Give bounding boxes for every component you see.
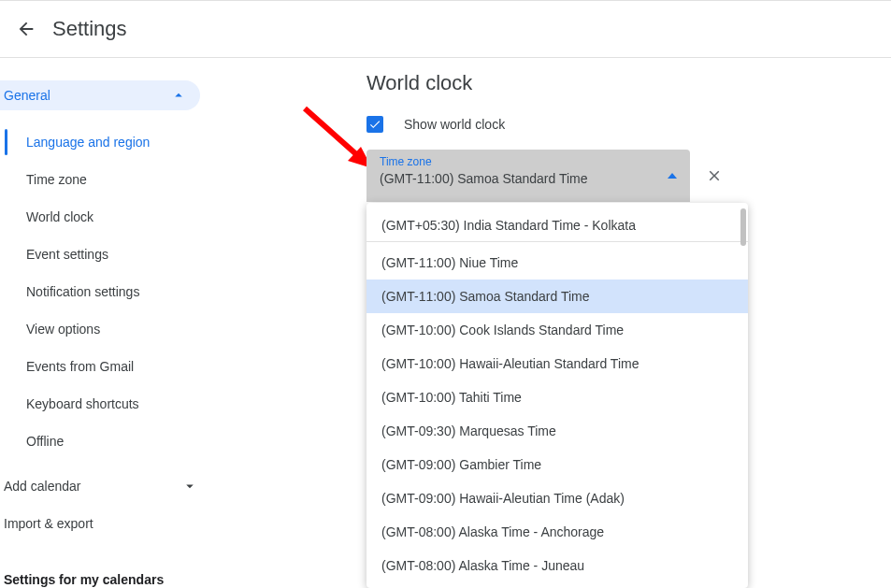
sidebar-item-label: Events from Gmail <box>26 359 134 374</box>
timezone-select[interactable]: Time zone (GMT-11:00) Samoa Standard Tim… <box>366 150 690 202</box>
checkbox-label: Show world clock <box>404 117 505 132</box>
clear-timezone-button[interactable] <box>696 157 733 194</box>
sidebar-item[interactable]: Events from Gmail <box>0 348 232 385</box>
option-label: (GMT-11:00) Samoa Standard Time <box>381 289 590 304</box>
sidebar-item[interactable]: Language and region <box>0 123 232 161</box>
svg-line-0 <box>305 108 365 162</box>
sidebar-item-label: Import & export <box>4 516 93 531</box>
dropdown-option[interactable]: (GMT-10:00) Tahiti Time <box>366 380 748 414</box>
chevron-up-icon <box>170 87 187 104</box>
option-label: (GMT-11:00) Niue Time <box>381 255 518 270</box>
show-world-clock-row: Show world clock <box>366 116 891 133</box>
chevron-down-icon <box>181 478 198 495</box>
sidebar-item-label: World clock <box>26 209 93 224</box>
dropdown-option[interactable]: (GMT-10:00) Hawaii-Aleutian Standard Tim… <box>366 347 748 380</box>
timezone-dropdown[interactable]: (GMT+05:30) India Standard Time - Kolkat… <box>366 203 748 588</box>
sidebar-nav: Language and regionTime zoneWorld clockE… <box>0 123 232 460</box>
option-label: (GMT-09:00) Hawaii-Aleutian Time (Adak) <box>381 491 625 506</box>
dropdown-option[interactable]: (GMT-08:00) Alaska Time - Anchorage <box>366 515 748 549</box>
sidebar-item[interactable]: View options <box>0 310 232 348</box>
dropdown-option[interactable]: (GMT-09:00) Hawaii-Aleutian Time (Adak) <box>366 481 748 515</box>
section-title: World clock <box>366 71 891 95</box>
back-button[interactable] <box>13 16 39 42</box>
dropdown-option[interactable]: (GMT-09:30) Marquesas Time <box>366 414 748 448</box>
scrollbar-thumb[interactable] <box>740 208 746 246</box>
option-label: (GMT-10:00) Hawaii-Aleutian Standard Tim… <box>381 356 639 371</box>
option-label: (GMT-08:00) Alaska Time - Juneau <box>381 558 584 573</box>
sidebar-my-calendars-heading: Settings for my calendars <box>0 572 232 587</box>
sidebar-item-label: Offline <box>26 434 64 449</box>
dropdown-current-option[interactable]: (GMT+05:30) India Standard Time - Kolkat… <box>366 208 748 242</box>
option-label: (GMT-10:00) Tahiti Time <box>381 390 522 405</box>
arrow-left-icon <box>16 19 36 39</box>
sidebar-item-label: Language and region <box>26 135 150 150</box>
sidebar-item[interactable]: Event settings <box>0 236 232 273</box>
dropdown-option[interactable]: (GMT-10:00) Cook Islands Standard Time <box>366 313 748 347</box>
option-label: (GMT-10:00) Cook Islands Standard Time <box>381 323 624 337</box>
sidebar-import-export[interactable]: Import & export <box>0 505 232 542</box>
sidebar-item[interactable]: Notification settings <box>0 273 232 310</box>
option-label: (GMT-09:00) Gambier Time <box>381 457 541 472</box>
sidebar-item-label: Notification settings <box>26 284 139 299</box>
sidebar-section-general[interactable]: General <box>0 80 200 110</box>
sidebar-item-label: Keyboard shortcuts <box>26 396 139 411</box>
select-floating-label: Time zone <box>380 155 677 168</box>
sidebar-item-label: Event settings <box>26 247 108 262</box>
sidebar-item[interactable]: World clock <box>0 198 232 236</box>
select-value: (GMT-11:00) Samoa Standard Time <box>380 171 677 186</box>
sidebar-add-calendar[interactable]: Add calendar <box>0 467 232 505</box>
sidebar: General Language and regionTime zoneWorl… <box>0 58 232 588</box>
check-icon <box>368 118 381 131</box>
option-label: (GMT-09:30) Marquesas Time <box>381 423 556 438</box>
option-label: (GMT+05:30) India Standard Time - Kolkat… <box>381 218 636 233</box>
sidebar-item[interactable]: Keyboard shortcuts <box>0 385 232 423</box>
page-title: Settings <box>52 17 127 41</box>
sidebar-item-label: View options <box>26 322 100 337</box>
dropdown-option[interactable]: (GMT-11:00) Samoa Standard Time <box>366 280 748 313</box>
caret-up-icon <box>668 173 677 179</box>
sidebar-item-label: Add calendar <box>4 479 81 494</box>
header: Settings <box>0 0 891 58</box>
show-world-clock-checkbox[interactable] <box>366 116 383 133</box>
sidebar-item[interactable]: Offline <box>0 423 232 460</box>
main-content: World clock Show world clock Time zone (… <box>232 58 891 588</box>
dropdown-option[interactable]: (GMT-09:00) Gambier Time <box>366 448 748 481</box>
dropdown-option[interactable]: (GMT-08:00) Alaska Time - Juneau <box>366 549 748 582</box>
close-icon <box>706 167 723 184</box>
sidebar-item-label: Time zone <box>26 172 87 187</box>
sidebar-section-label: General <box>4 88 50 103</box>
dropdown-option[interactable]: (GMT-11:00) Niue Time <box>366 246 748 280</box>
sidebar-item[interactable]: Time zone <box>0 161 232 198</box>
option-label: (GMT-08:00) Alaska Time - Anchorage <box>381 524 604 539</box>
